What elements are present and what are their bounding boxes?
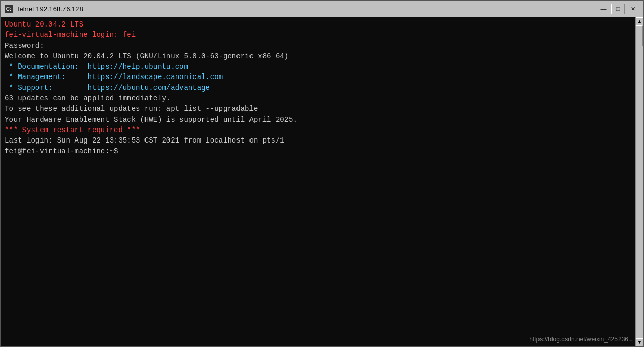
scrollbar[interactable]: ▲ ▼: [635, 17, 643, 346]
title-bar: C: Telnet 192.168.76.128 — □ ✕: [1, 1, 643, 17]
window-body: Ubuntu 20.04.2 LTSfei-virtual-machine lo…: [1, 17, 643, 346]
close-button[interactable]: ✕: [626, 4, 639, 14]
scrollbar-down-arrow[interactable]: ▼: [636, 338, 644, 346]
scrollbar-track[interactable]: [636, 25, 643, 338]
terminal-line: To see these additional updates run: apt…: [5, 104, 631, 114]
terminal-line: Password:: [5, 41, 631, 51]
terminal-area[interactable]: Ubuntu 20.04.2 LTSfei-virtual-machine lo…: [1, 17, 635, 346]
terminal-line: *** System restart required ***: [5, 125, 631, 135]
title-bar-left: C: Telnet 192.168.76.128: [5, 5, 83, 13]
window-title: Telnet 192.168.76.128: [16, 5, 83, 13]
terminal-line: Last login: Sun Aug 22 13:35:53 CST 2021…: [5, 135, 631, 146]
minimize-button[interactable]: —: [597, 4, 610, 14]
terminal-line: * Support: https://ubuntu.com/advantage: [5, 83, 631, 93]
scrollbar-thumb[interactable]: [636, 25, 643, 46]
terminal-line: fei-virtual-machine login: fei: [5, 30, 631, 40]
scrollbar-up-arrow[interactable]: ▲: [636, 17, 644, 25]
watermark: https://blog.csdn.net/weixin_425236...: [529, 336, 634, 343]
terminal-line: Welcome to Ubuntu 20.04.2 LTS (GNU/Linux…: [5, 51, 631, 61]
terminal-line: fei@fei-virtual-machine:~$: [5, 146, 631, 157]
terminal-line: Ubuntu 20.04.2 LTS: [5, 19, 631, 30]
terminal-line: Your Hardware Enablement Stack (HWE) is …: [5, 114, 631, 125]
restore-button[interactable]: □: [611, 4, 625, 14]
terminal-line: * Management: https://landscape.canonica…: [5, 72, 631, 82]
window-icon: C:: [5, 5, 13, 13]
icon-label: C:: [6, 6, 12, 12]
telnet-window: C: Telnet 192.168.76.128 — □ ✕ Ubuntu 20…: [0, 0, 644, 347]
title-bar-controls: — □ ✕: [597, 4, 639, 14]
terminal-line: * Documentation: https://help.ubuntu.com: [5, 61, 631, 72]
terminal-line: 63 updates can be applied immediately.: [5, 93, 631, 104]
